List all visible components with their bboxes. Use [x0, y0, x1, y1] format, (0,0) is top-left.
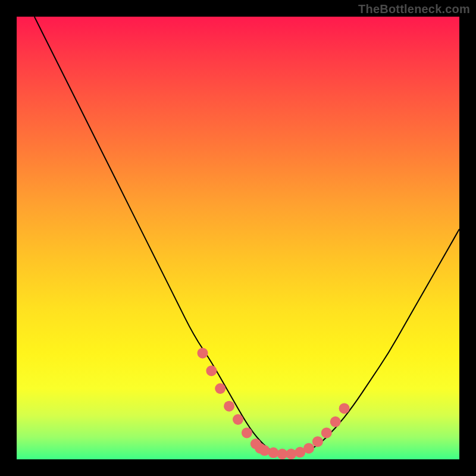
marker-dot [321, 427, 332, 438]
marker-dot [286, 449, 296, 459]
outer-frame: TheBottleneck.com [0, 0, 476, 476]
marker-dot [206, 365, 217, 376]
marker-dot [312, 436, 323, 447]
marker-dot [330, 416, 341, 427]
marker-dot [198, 347, 208, 358]
marker-dot [303, 443, 314, 453]
highlight-markers [198, 347, 350, 459]
marker-dot [242, 427, 252, 438]
bottleneck-curve [35, 17, 459, 455]
chart-svg [17, 17, 459, 459]
marker-dot [224, 401, 234, 412]
marker-dot [215, 383, 226, 394]
marker-dot [233, 414, 243, 425]
marker-dot [339, 403, 350, 414]
watermark-text: TheBottleneck.com [358, 2, 470, 16]
plot-area [17, 17, 459, 459]
